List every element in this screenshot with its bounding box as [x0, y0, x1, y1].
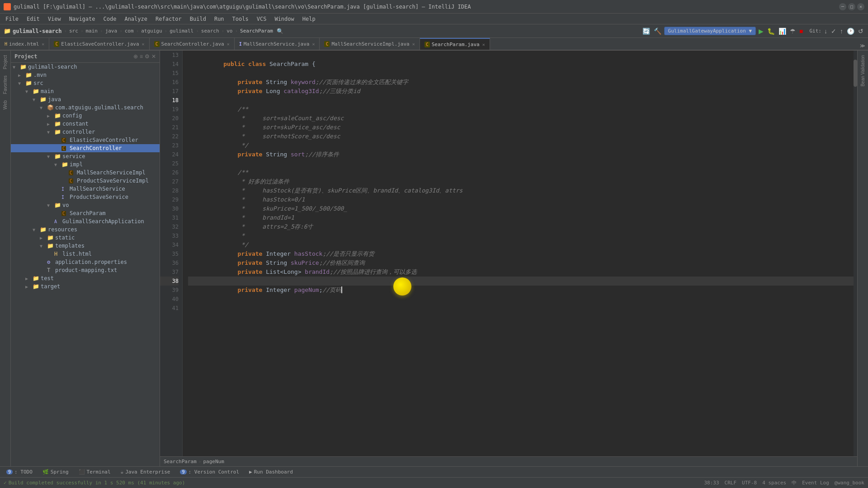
tree-search-controller[interactable]: C SearchController — [11, 144, 160, 152]
cursor-position[interactable]: 38:33 — [704, 480, 719, 486]
stop-button[interactable]: ■ — [798, 27, 804, 36]
search-icon[interactable]: 🔍 — [277, 28, 283, 34]
menu-item-vcs[interactable]: VCS — [253, 15, 270, 23]
tree-controller[interactable]: ▼ 📁 controller — [11, 128, 160, 136]
tab-terminal[interactable]: ⬛ Terminal — [74, 468, 115, 476]
build-button[interactable]: 🔨 — [653, 27, 662, 36]
tab-todo[interactable]: 9 : TODO — [2, 468, 37, 476]
menu-item-help[interactable]: Help — [299, 15, 319, 23]
tree-list-html[interactable]: H list.html — [11, 250, 160, 258]
favorites-tab[interactable]: Favorites — [2, 73, 9, 97]
tree-templates[interactable]: ▼ 📁 templates — [11, 242, 160, 250]
tab-java-enterprise[interactable]: ☕ Java Enterprise — [116, 468, 175, 476]
run-config-selector[interactable]: GulimallGatewayApplication ▼ — [664, 27, 756, 35]
menu-item-tools[interactable]: Tools — [229, 15, 252, 23]
menu-item-analyze[interactable]: Analyze — [121, 15, 151, 23]
tab-search-param[interactable]: C SearchParam.java ✕ — [420, 38, 490, 50]
minimize-button[interactable]: ─ — [839, 3, 846, 10]
tree-product-save-service-impl[interactable]: C ProductSaveServiceImpl — [11, 177, 160, 185]
tab-close-icon[interactable]: ✕ — [142, 42, 145, 47]
bc-gulimall[interactable]: gulimall — [170, 28, 193, 34]
menu-item-build[interactable]: Build — [186, 15, 210, 23]
tab-index-html[interactable]: H index.html ✕ — [0, 38, 49, 50]
tree-search-param[interactable]: C SearchParam — [11, 209, 160, 217]
tree-package[interactable]: ▼ 📦 com.atguigu.gulimall.search — [11, 103, 160, 112]
line-ending[interactable]: CRLF — [725, 480, 737, 486]
tree-vo[interactable]: ▼ 📁 vo — [11, 201, 160, 209]
sync-button[interactable]: 🔄 — [642, 27, 651, 36]
project-tab[interactable]: Project — [2, 52, 9, 72]
bc-vo[interactable]: vo — [226, 28, 232, 34]
tree-java[interactable]: ▼ 📁 java — [11, 95, 160, 103]
tab-close-icon[interactable]: ✕ — [482, 42, 485, 47]
tree-target[interactable]: ▶ 📁 target — [11, 282, 160, 291]
bean-validation-tab[interactable]: Bean Validation — [859, 52, 866, 89]
git-history-button[interactable]: 🕐 — [846, 27, 855, 36]
web-tab[interactable]: Web — [2, 98, 9, 112]
menu-item-file[interactable]: File — [2, 15, 22, 23]
menu-item-view[interactable]: View — [44, 15, 65, 23]
event-log[interactable]: Event Log — [802, 480, 829, 486]
tab-elastic-save-controller[interactable]: C ElasticSaveController.java ✕ — [49, 38, 149, 50]
git-branch[interactable]: 中 — [792, 479, 797, 486]
code-view[interactable]: 13 14 15 16 17 18 19 20 21 22 23 24 25 2… — [160, 51, 857, 456]
tree-product-save-service[interactable]: I ProductSaveService — [11, 193, 160, 201]
tree-impl[interactable]: ▼ 📁 impl — [11, 160, 160, 169]
bc-com[interactable]: com — [125, 28, 134, 34]
tree-elastic-save-controller[interactable]: C ElasticSaveController — [11, 136, 160, 144]
tab-close-icon[interactable]: ✕ — [412, 42, 415, 47]
menu-item-edit[interactable]: Edit — [23, 15, 43, 23]
bc-atguigu[interactable]: atguigu — [141, 28, 162, 34]
indent[interactable]: 4 spaces — [762, 480, 786, 486]
maximize-button[interactable]: □ — [848, 3, 855, 10]
tab-overflow-button[interactable]: ≫ — [859, 42, 866, 50]
bc-src[interactable]: src — [69, 28, 78, 34]
tree-gulimall-search-application[interactable]: A GulimallSearchApplication — [11, 217, 160, 225]
git-commit-button[interactable]: ✓ — [830, 27, 837, 36]
tab-version-control[interactable]: 9 : Version Control — [175, 468, 244, 476]
git-push-button[interactable]: ↑ — [839, 27, 844, 36]
debug-button[interactable]: 🐛 — [766, 27, 776, 36]
tree-service[interactable]: ▼ 📁 service — [11, 152, 160, 160]
tree-constant[interactable]: ▶ 📁 constant — [11, 120, 160, 128]
scrollbar-track[interactable] — [854, 51, 857, 456]
tree-product-mapping[interactable]: T product-mapping.txt — [11, 266, 160, 274]
tree-resources[interactable]: ▼ 📁 resources — [11, 225, 160, 234]
tab-close-icon[interactable]: ✕ — [312, 42, 315, 47]
menu-item-navigate[interactable]: Navigate — [66, 15, 99, 23]
tab-mall-search-service[interactable]: I MallSearchService.java ✕ — [235, 38, 320, 50]
bc-search[interactable]: search — [201, 28, 219, 34]
tree-main[interactable]: ▼ 📁 main — [11, 87, 160, 95]
code-content[interactable]: public class SearchParam { private Strin… — [183, 51, 854, 456]
bc-main[interactable]: main — [86, 28, 98, 34]
close-button[interactable]: ✕ — [857, 3, 864, 10]
tab-run-dashboard[interactable]: ▶ Run Dashboard — [245, 468, 297, 476]
tab-close-icon[interactable]: ✕ — [227, 42, 230, 47]
tab-close-icon[interactable]: ✕ — [42, 42, 44, 47]
git-update-button[interactable]: ↓ — [823, 27, 828, 36]
tab-spring[interactable]: 🌿 Spring — [38, 468, 73, 476]
tree-mall-search-service-impl[interactable]: C MallSearchServiceImpl — [11, 169, 160, 177]
profile-button[interactable]: 📊 — [778, 27, 787, 36]
encoding[interactable]: UTF-8 — [742, 480, 757, 486]
menu-item-window[interactable]: Window — [271, 15, 297, 23]
menu-item-run[interactable]: Run — [211, 15, 228, 23]
tree-root[interactable]: ▼ 📁 gulimall-search — [11, 63, 160, 71]
tab-search-controller[interactable]: C SearchController.java ✕ — [150, 38, 235, 50]
menu-item-refactor[interactable]: Refactor — [152, 15, 185, 23]
tree-mall-search-service[interactable]: I MallSearchService — [11, 185, 160, 193]
bc-searchparam[interactable]: SearchParam — [240, 28, 273, 34]
sidebar-collapse-button[interactable]: ≡ — [140, 53, 143, 60]
bc-searchparam[interactable]: SearchParam — [164, 459, 197, 465]
tree-config[interactable]: ▶ 📁 config — [11, 112, 160, 120]
sidebar-close-button[interactable]: ✕ — [151, 53, 156, 60]
bc-pagenum[interactable]: pageNum — [203, 459, 224, 465]
tab-mall-search-service-impl[interactable]: C MallSearchServiceImpl.java ✕ — [320, 38, 420, 50]
run-button[interactable]: ▶ — [758, 27, 764, 36]
git-revert-button[interactable]: ↺ — [857, 27, 864, 36]
sidebar-settings-button[interactable]: ⚙ — [145, 53, 150, 60]
coverage-button[interactable]: ☂ — [789, 27, 797, 36]
tree-application-properties[interactable]: ⚙ application.properties — [11, 258, 160, 266]
tree-test[interactable]: ▶ 📁 test — [11, 274, 160, 282]
tree-static[interactable]: ▶ 📁 static — [11, 234, 160, 242]
